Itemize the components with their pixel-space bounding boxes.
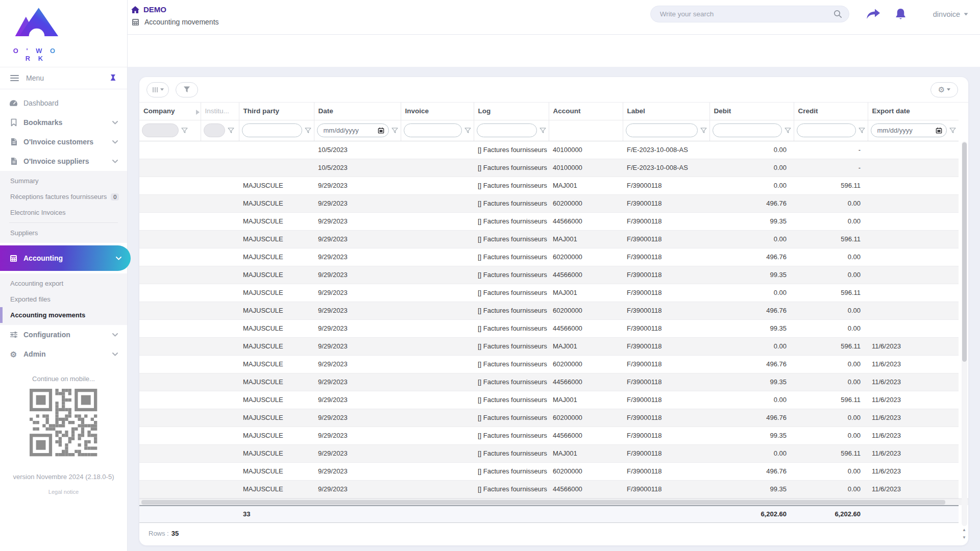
sidebar-subitem-r-ceptions-factures-fournisseurs[interactable]: Réceptions factures fournisseurs0 (0, 189, 127, 205)
table-row[interactable]: MAJUSCULE9/29/2023[] Factures fournisseu… (139, 266, 959, 284)
calendar-icon[interactable] (378, 127, 384, 134)
filter-export_date-input[interactable]: mm/dd/yyyy (871, 123, 947, 137)
search-icon[interactable] (834, 10, 842, 18)
filter-funnel-icon[interactable] (464, 128, 471, 134)
pin-icon[interactable] (109, 74, 117, 82)
grid-settings-button[interactable]: ⚙ (930, 82, 958, 97)
vertical-scrollbar[interactable] (962, 141, 967, 526)
column-header-company[interactable]: Company (139, 103, 201, 120)
sidebar-subitem-suppliers[interactable]: Suppliers (0, 225, 127, 241)
legal-notice-link[interactable]: Legal notice (0, 489, 127, 495)
table-row[interactable]: MAJUSCULE9/29/2023[] Factures fournisseu… (139, 480, 959, 498)
filter-funnel-icon[interactable] (540, 128, 546, 134)
horizontal-scrollbar[interactable] (139, 498, 968, 505)
column-label: Credit (798, 107, 818, 115)
cell-export_date (868, 177, 959, 194)
group-expand-icon[interactable] (195, 109, 200, 116)
user-menu[interactable]: dinvoice (933, 10, 968, 18)
filter-button[interactable] (176, 82, 198, 97)
cell-credit: 0.00 (794, 409, 868, 427)
sidebar-item-o-invoice-suppliers[interactable]: O'Invoice suppliers (0, 152, 127, 171)
column-header-credit[interactable]: Credit (794, 103, 868, 120)
filter-label-input[interactable] (626, 123, 698, 137)
cell-third_party: MAJUSCULE (239, 462, 314, 480)
column-header-date[interactable]: Date (314, 103, 401, 120)
column-header-invoice[interactable]: Invoice (401, 103, 474, 120)
breadcrumb-home[interactable]: DEMO (131, 5, 219, 14)
filter-funnel-icon[interactable] (305, 128, 311, 134)
chevron-down-icon (112, 121, 118, 124)
sidebar-item-dashboard[interactable]: Dashboard (0, 93, 127, 113)
calendar-icon[interactable] (936, 127, 942, 134)
scroll-up-arrow[interactable]: ▲ (962, 528, 966, 532)
date-placeholder: mm/dd/yyyy (324, 127, 375, 134)
calculator-icon (9, 255, 18, 262)
table-row[interactable]: MAJUSCULE9/29/2023[] Factures fournisseu… (139, 427, 959, 444)
filter-invoice-input[interactable] (404, 123, 462, 137)
column-header-third_party[interactable]: Third party (239, 103, 314, 120)
table-row[interactable]: MAJUSCULE9/29/2023[] Factures fournisseu… (139, 319, 959, 337)
sidebar-item-admin[interactable]: ⚙Admin (0, 344, 127, 364)
table-row[interactable]: MAJUSCULE9/29/2023[] Factures fournisseu… (139, 194, 959, 212)
cell-institution (201, 248, 239, 266)
table-row[interactable]: MAJUSCULE9/29/2023[] Factures fournisseu… (139, 230, 959, 248)
cell-credit: 0.00 (794, 373, 868, 391)
table-row[interactable]: 10/5/2023[] Factures fournisseurs4010000… (139, 159, 959, 177)
sidebar-item-bookmarks[interactable]: Bookmarks (0, 113, 127, 132)
cell-account: 40100000 (549, 159, 623, 177)
cell-export_date: 11/6/2023 (868, 373, 959, 391)
column-header-log[interactable]: Log (474, 103, 549, 120)
filter-funnel-icon[interactable] (181, 128, 188, 134)
cell-third_party: MAJUSCULE (239, 177, 314, 194)
table-row[interactable]: MAJUSCULE9/29/2023[] Factures fournisseu… (139, 212, 959, 230)
table-row[interactable]: MAJUSCULE9/29/2023[] Factures fournisseu… (139, 373, 959, 391)
table-row[interactable]: MAJUSCULE9/29/2023[] Factures fournisseu… (139, 391, 959, 409)
cell-credit: 0.00 (794, 302, 868, 319)
sidebar-subitem-accounting-export[interactable]: Accounting export (0, 276, 127, 291)
filter-funnel-icon[interactable] (228, 128, 234, 134)
filter-log-input[interactable] (477, 123, 537, 137)
bell-icon[interactable] (895, 8, 906, 20)
column-chooser-button[interactable] (146, 82, 169, 97)
sidebar-item-o-invoice-customers[interactable]: O'Invoice customers (0, 132, 127, 152)
filter-debit-input[interactable] (713, 123, 782, 137)
vertical-scrollbar-thumb[interactable] (962, 142, 967, 362)
table-row[interactable]: MAJUSCULE9/29/2023[] Factures fournisseu… (139, 462, 959, 480)
sidebar-subitem-summary[interactable]: Summary (0, 173, 127, 189)
cell-account: 44566000 (549, 212, 623, 230)
filter-funnel-icon[interactable] (949, 128, 956, 134)
sidebar-subitem-electronic-invoices[interactable]: Electronic Invoices (0, 205, 127, 220)
table-row[interactable]: MAJUSCULE9/29/2023[] Factures fournisseu… (139, 409, 959, 427)
filter-third_party-input[interactable] (242, 123, 302, 137)
table-row[interactable]: MAJUSCULE9/29/2023[] Factures fournisseu… (139, 248, 959, 266)
table-row[interactable]: MAJUSCULE9/29/2023[] Factures fournisseu… (139, 355, 959, 373)
horizontal-scrollbar-thumb[interactable] (141, 500, 945, 505)
filter-funnel-icon[interactable] (700, 128, 707, 134)
column-header-account[interactable]: Account (549, 103, 623, 120)
column-header-export_date[interactable]: Export date (868, 103, 959, 120)
search-input[interactable] (660, 10, 834, 18)
sidebar-subitem-accounting-movements[interactable]: Accounting movements (0, 307, 127, 323)
table-row[interactable]: MAJUSCULE9/29/2023[] Factures fournisseu… (139, 177, 959, 194)
column-header-label[interactable]: Label (623, 103, 709, 120)
filter-credit-input[interactable] (797, 123, 856, 137)
sidebar-subitem-exported-files[interactable]: Exported files (0, 291, 127, 307)
hamburger-icon[interactable] (10, 73, 19, 83)
table-row[interactable]: MAJUSCULE9/29/2023[] Factures fournisseu… (139, 284, 959, 302)
share-icon[interactable] (866, 8, 880, 20)
filter-date-input[interactable]: mm/dd/yyyy (317, 123, 389, 137)
scroll-down-arrow[interactable]: ▼ (962, 536, 966, 540)
table-row[interactable]: 10/5/2023[] Factures fournisseurs4010000… (139, 141, 959, 159)
column-header-institution[interactable]: Institu... (201, 103, 239, 120)
cell-invoice (401, 480, 474, 498)
sidebar-item-accounting[interactable]: Accounting (0, 245, 131, 271)
filter-funnel-icon[interactable] (785, 128, 791, 134)
sidebar-item-configuration[interactable]: Configuration (0, 325, 127, 344)
grid-toolbar: ⚙ (139, 77, 968, 103)
column-header-debit[interactable]: Debit (709, 103, 794, 120)
table-row[interactable]: MAJUSCULE9/29/2023[] Factures fournisseu… (139, 302, 959, 319)
filter-funnel-icon[interactable] (391, 128, 398, 134)
table-row[interactable]: MAJUSCULE9/29/2023[] Factures fournisseu… (139, 444, 959, 462)
table-row[interactable]: MAJUSCULE9/29/2023[] Factures fournisseu… (139, 337, 959, 355)
filter-funnel-icon[interactable] (859, 128, 865, 134)
